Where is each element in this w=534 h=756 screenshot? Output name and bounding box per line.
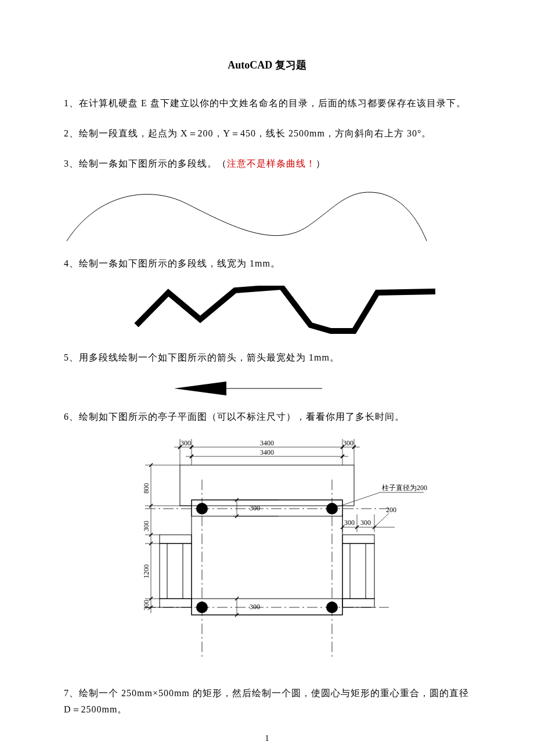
- question-2: 2、绘制一段直线，起点为 X＝200，Y＝450，线长 2500mm，方向斜向右…: [64, 125, 470, 142]
- svg-line-36: [332, 492, 380, 509]
- question-3-text-a: 3、绘制一条如下图所示的多段线。（: [64, 159, 227, 168]
- svg-rect-14: [342, 535, 374, 543]
- column-note-label: 柱子直径为200: [382, 484, 427, 492]
- question-3-text-red: 注意不是样条曲线！: [227, 159, 316, 168]
- svg-rect-5: [192, 599, 342, 615]
- dim-800-label: 800: [142, 483, 150, 494]
- dim-300-r2: 300: [360, 519, 371, 527]
- question-3: 3、绘制一条如下图所示的多段线。（注意不是样条曲线！）: [64, 156, 470, 172]
- page-number: 1: [0, 733, 534, 743]
- question-3-text-b: ）: [316, 159, 326, 168]
- dimension-right-cluster: 300 300 200: [341, 506, 396, 532]
- column-note: 柱子直径为200: [332, 484, 427, 509]
- svg-marker-0: [174, 381, 226, 395]
- dim-200-r: 200: [386, 506, 396, 514]
- question-7: 7、绘制一个 250mm×500mm 的矩形，然后绘制一个圆，使圆心与矩形的重心…: [64, 685, 470, 718]
- page-title: AutoCAD 复习题: [64, 58, 470, 72]
- dim-3400-label-2: 3400: [260, 448, 274, 456]
- question-5: 5、用多段线绘制一个如下图所示的箭头，箭头最宽处为 1mm。: [64, 350, 470, 366]
- svg-rect-11: [342, 543, 374, 599]
- dimension-beam-depth-top: 300: [233, 498, 279, 518]
- dim-300-r1: 300: [344, 519, 355, 527]
- dimension-beam-depth-bottom: 300: [235, 597, 260, 617]
- question-4: 4、绘制一条如下图所示的多段线，线宽为 1mm。: [64, 255, 470, 272]
- figure-pavilion-plan: 300 3400 300 3400 柱子直径为200 300 300: [93, 439, 441, 671]
- svg-rect-10: [160, 599, 192, 607]
- dim-300-label-r: 300: [343, 439, 353, 447]
- dim-300-label: 300: [181, 439, 191, 447]
- svg-rect-6: [160, 543, 192, 599]
- svg-rect-15: [342, 599, 374, 607]
- dimension-top-row: 300 3400 300 3400: [174, 439, 360, 465]
- question-6: 6、绘制如下图所示的亭子平面图（可以不标注尺寸），看看你用了多长时间。: [64, 409, 470, 425]
- figure-polyline-thick: [134, 286, 459, 338]
- document-page: AutoCAD 复习题 1、在计算机硬盘 E 盘下建立以你的中文姓名命名的目录，…: [0, 0, 534, 756]
- dim-300-beam-bot: 300: [250, 603, 260, 611]
- figure-polyline-curve: [64, 186, 430, 244]
- svg-rect-3: [192, 500, 342, 516]
- svg-rect-4: [192, 500, 342, 615]
- figure-arrow: [174, 380, 325, 397]
- question-1: 1、在计算机硬盘 E 盘下建立以你的中文姓名命名的目录，后面的练习都要保存在该目…: [64, 95, 470, 111]
- svg-line-45: [374, 513, 389, 527]
- dim-1200-label: 1200: [142, 564, 150, 578]
- dim-300-beam-top: 300: [250, 504, 260, 512]
- dim-300-l1: 300: [142, 521, 150, 531]
- dim-300-l2: 300: [142, 600, 150, 610]
- svg-rect-9: [160, 535, 192, 543]
- dim-3400-label: 3400: [260, 439, 274, 447]
